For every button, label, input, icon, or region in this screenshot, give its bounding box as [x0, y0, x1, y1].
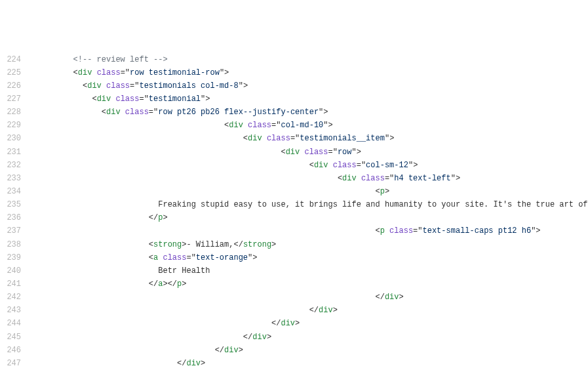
token-attr-name: class: [115, 94, 139, 104]
line-number: 227: [0, 92, 21, 106]
token-punct: =: [357, 161, 361, 170]
token-punct: >: [163, 213, 167, 222]
token-punct: >: [328, 121, 333, 130]
code-line[interactable]: <div class="h4 text-left">: [35, 172, 588, 185]
token-attr-name: class: [125, 108, 149, 117]
code-line[interactable]: Freaking stupid easy to use, it brings l…: [35, 198, 588, 211]
token-punct: <: [281, 148, 285, 157]
token-punct: >: [385, 187, 389, 196]
token-tag: p: [380, 187, 385, 196]
line-number: 236: [0, 211, 21, 224]
token-punct: <: [338, 174, 342, 183]
token-attr-val: h4 text-left: [394, 174, 450, 183]
code-line[interactable]: </div>: [35, 317, 588, 330]
token-tag: strong: [153, 240, 182, 249]
code-line[interactable]: </div>: [35, 291, 588, 304]
code-area[interactable]: <!-- review left --> <div class="row tes…: [31, 53, 588, 370]
token-punct: =: [186, 253, 191, 262]
token-punct: </: [309, 306, 319, 315]
code-line[interactable]: <div class="testimonial">: [35, 92, 588, 106]
token-punct: </: [149, 279, 158, 289]
code-line[interactable]: <p class="text-small-caps pt12 h6">: [35, 224, 588, 237]
token-attr-name: class: [361, 174, 385, 183]
code-line[interactable]: </div>: [35, 331, 588, 344]
token-punct: ": [418, 226, 422, 236]
token-punct: >: [252, 253, 257, 262]
code-line[interactable]: <p>: [35, 185, 588, 198]
code-line[interactable]: <div class="col-sm-12">: [35, 159, 588, 172]
code-line[interactable]: Betr Health: [35, 264, 588, 278]
code-line[interactable]: </div>: [35, 304, 588, 317]
line-number: 237: [0, 224, 21, 237]
token-tag: div: [248, 134, 262, 143]
token-punct: </: [215, 346, 224, 355]
token-punct: </: [271, 319, 281, 328]
code-line[interactable]: </a></p>: [35, 278, 588, 291]
line-number: 238: [0, 238, 21, 251]
token-punct: ": [451, 174, 456, 183]
token-tag: div: [229, 121, 243, 130]
code-line[interactable]: <strong>- William,</strong>: [35, 238, 588, 251]
token-tag: div: [87, 81, 102, 91]
token-punct: ": [125, 68, 130, 77]
token-text: [121, 108, 125, 117]
line-number: 232: [0, 159, 21, 172]
token-punct: <: [149, 253, 153, 262]
line-number: 233: [0, 172, 21, 185]
code-line[interactable]: <div class="row testimonial-row">: [35, 66, 588, 79]
token-tag: div: [224, 346, 239, 355]
token-punct: =: [121, 68, 125, 77]
token-punct: </: [233, 240, 243, 249]
code-line[interactable]: <!-- review left -->: [35, 53, 588, 66]
token-tag: div: [252, 333, 267, 342]
code-line[interactable]: <div class="testimonials__item">: [35, 132, 588, 145]
code-line[interactable]: </div>: [35, 357, 588, 370]
token-tag: div: [286, 148, 300, 157]
token-punct: =: [149, 108, 153, 117]
token-text: - William,: [186, 240, 233, 249]
token-text: [92, 68, 96, 77]
code-editor[interactable]: 2242252262272282292302312322332342352362…: [0, 53, 588, 370]
token-punct: ": [191, 253, 196, 262]
token-attr-val: col-md-10: [281, 121, 323, 130]
token-punct: >: [163, 279, 167, 289]
code-line[interactable]: <div class="col-md-10">: [35, 119, 588, 132]
token-attr-name: class: [163, 253, 186, 262]
token-text: Betr Health: [158, 266, 210, 276]
line-number: 240: [0, 264, 21, 278]
token-punct: >: [413, 161, 418, 170]
token-attr-name: class: [389, 226, 413, 236]
code-line[interactable]: </p>: [35, 211, 588, 224]
line-number: 243: [0, 304, 21, 317]
code-line[interactable]: <a class="text-orange">: [35, 251, 588, 264]
token-punct: <: [243, 134, 248, 143]
code-line[interactable]: <div class="row">: [35, 146, 588, 159]
line-number: 247: [0, 357, 21, 370]
token-attr-name: class: [106, 81, 130, 91]
token-tag: div: [319, 306, 333, 315]
token-attr-val: row pt26 pb26 flex--justify-center: [158, 108, 319, 117]
token-tag: div: [106, 108, 121, 117]
line-number: 230: [0, 132, 21, 145]
code-line[interactable]: <div class="row pt26 pb26 flex--justify-…: [35, 106, 588, 119]
code-line[interactable]: </div>: [35, 344, 588, 357]
line-number: 234: [0, 185, 21, 198]
line-number: 239: [0, 251, 21, 264]
token-punct: <: [92, 94, 96, 104]
token-attr-name: class: [97, 68, 121, 77]
token-punct: <: [309, 161, 314, 170]
token-punct: >: [271, 240, 276, 249]
token-punct: >: [295, 319, 300, 328]
token-punct: =: [290, 134, 295, 143]
line-number-gutter: 2242252262272282292302312322332342352362…: [0, 53, 31, 370]
token-tag: div: [342, 174, 357, 183]
token-punct: </: [149, 213, 158, 222]
token-punct: <: [375, 226, 380, 236]
code-line[interactable]: <div class="testimonials col-md-8">: [35, 79, 588, 92]
line-number: 246: [0, 344, 21, 357]
token-punct: ": [144, 94, 149, 104]
token-tag: div: [186, 359, 201, 368]
token-punct: >: [323, 108, 328, 117]
line-number: 231: [0, 146, 21, 159]
token-attr-val: testimonials__item: [300, 134, 385, 143]
